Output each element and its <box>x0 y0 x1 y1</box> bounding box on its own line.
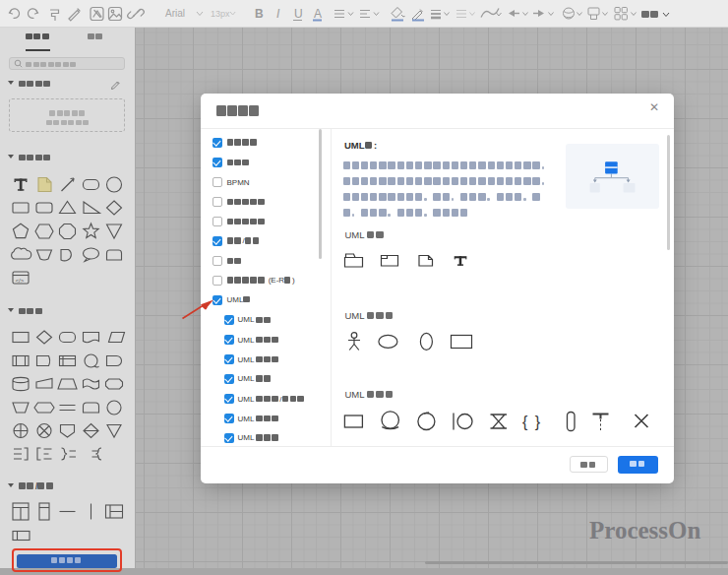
svg-text:B: B <box>255 7 264 21</box>
svg-text:U: U <box>294 7 303 21</box>
svg-text:13px: 13px <box>211 9 230 19</box>
svg-text:I: I <box>276 7 280 21</box>
svg-text:A: A <box>314 7 322 21</box>
svg-text:{ }: { } <box>522 414 542 430</box>
svg-text:</>: </> <box>16 278 25 284</box>
svg-text:Arial: Arial <box>165 8 185 19</box>
